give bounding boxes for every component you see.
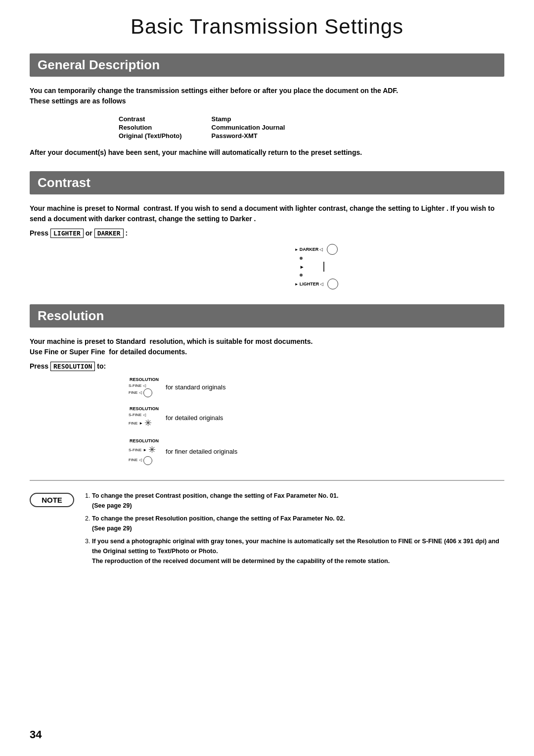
after-note-text: After your document(s) have been sent, y… — [30, 148, 504, 156]
page-number: 34 — [30, 728, 42, 741]
page-title: Basic Transmission Settings — [30, 15, 504, 39]
setting-original: Original (Text/Photo) — [119, 132, 182, 140]
settings-list: Contrast Resolution Original (Text/Photo… — [119, 115, 504, 140]
note-section: NOTE To change the preset Contrast posit… — [30, 491, 504, 569]
resolution-press-line: Press RESOLUTION to: — [30, 362, 504, 370]
contrast-diagram: ► DARKER ◁ ► ► — [30, 244, 504, 289]
note-content: To change the preset Contrast position, … — [84, 491, 504, 569]
setting-contrast: Contrast — [119, 115, 182, 123]
setting-comm-journal: Communication Journal — [212, 124, 285, 131]
resolution-key[interactable]: RESOLUTION — [50, 362, 95, 371]
sfine-indicator: ✳ — [148, 444, 156, 456]
darker-circle — [327, 244, 338, 255]
settings-col1: Contrast Resolution Original (Text/Photo… — [119, 115, 182, 140]
res-diagram-standard: RESOLUTION S-FINE ◁ FINE ◁ — [129, 377, 159, 397]
setting-stamp: Stamp — [212, 115, 285, 123]
res-item-finer: RESOLUTION S-FINE ► ✳ FINE ◁ for finer d… — [129, 438, 504, 465]
resolution-description: Your machine is preset to Standard resol… — [30, 336, 504, 357]
note-item-3: If you send a photographic original with… — [92, 536, 504, 566]
darker-row: ► DARKER ◁ — [295, 244, 338, 255]
contrast-section: Contrast Your machine is preset to Norma… — [30, 171, 504, 289]
general-intro-text: You can temporarily change the transmiss… — [30, 86, 504, 106]
res-label-standard: for standard originals — [166, 383, 225, 391]
setting-password-xmt: Password-XMT — [212, 132, 285, 140]
note-item-2: To change the preset Resolution position… — [92, 514, 504, 533]
lighter-row: ► LIGHTER ◁ — [295, 279, 338, 289]
contrast-description: Your machine is preset to Normal contras… — [30, 203, 504, 224]
res-label-finer: for finer detailed originals — [166, 448, 237, 455]
settings-col2: Stamp Communication Journal Password-XMT — [212, 115, 285, 140]
note-box: NOTE — [30, 493, 74, 507]
res-diagram-detailed: RESOLUTION S-FINE ◁ FINE ► ✳ — [129, 406, 159, 429]
resolution-diagrams: RESOLUTION S-FINE ◁ FINE ◁ for standard … — [129, 377, 504, 465]
contrast-header: Contrast — [30, 171, 504, 194]
res-item-detailed: RESOLUTION S-FINE ◁ FINE ► ✳ for detaile… — [129, 406, 504, 429]
res-diagram-finer: RESOLUTION S-FINE ► ✳ FINE ◁ — [129, 438, 159, 465]
res-label-detailed: for detailed originals — [166, 414, 223, 422]
section-divider — [30, 480, 504, 481]
setting-resolution: Resolution — [119, 124, 182, 131]
lighter-circle — [327, 279, 338, 289]
resolution-header: Resolution — [30, 304, 504, 328]
general-description-header: General Description — [30, 53, 504, 77]
darker-key[interactable]: DARKER — [94, 229, 124, 238]
note-item-1: To change the preset Contrast position, … — [92, 491, 504, 511]
lighter-key[interactable]: LIGHTER — [50, 229, 84, 238]
settings-label: These settings are as follows — [30, 97, 126, 105]
res-item-standard: RESOLUTION S-FINE ◁ FINE ◁ for standard … — [129, 377, 504, 397]
contrast-press-line: Press LIGHTER or DARKER : — [30, 229, 504, 237]
resolution-section: Resolution Your machine is preset to Sta… — [30, 304, 504, 465]
general-description-section: General Description You can temporarily … — [30, 53, 504, 156]
fine-indicator: ✳ — [144, 418, 152, 429]
